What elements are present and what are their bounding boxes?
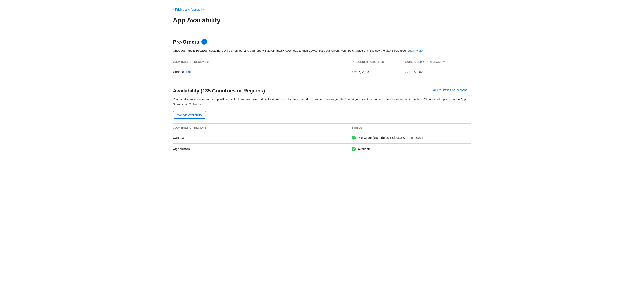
preorder-country-name: Canada <box>173 70 184 74</box>
availability-section: Availability (135 Countries or Regions) … <box>173 87 471 155</box>
table-row: Canada Pre-Order (Scheduled Release Sep … <box>173 132 471 143</box>
chevron-down-icon: ⌄ <box>468 88 471 93</box>
preorder-published-date: Sep 6, 2023 <box>352 66 405 78</box>
breadcrumb: ‹ Pricing and Availability <box>173 7 471 12</box>
availability-section-header: Availability (135 Countries or Regions) … <box>173 87 471 95</box>
add-preorder-button[interactable]: + <box>202 39 207 44</box>
availability-description: You can determine where your app will be… <box>173 97 471 107</box>
chevron-left-icon: ‹ <box>173 7 174 12</box>
preorders-col-country: COUNTRIES OR REGIONS (1) <box>173 58 352 66</box>
availability-table-body: Canada Pre-Order (Scheduled Release Sep … <box>173 132 471 155</box>
manage-availability-button[interactable]: Manage Availability <box>173 111 206 119</box>
preorders-table-header: COUNTRIES OR REGIONS (1) PRE-ORDER PUBLI… <box>173 58 471 66</box>
status-available-icon <box>352 136 356 140</box>
preorders-table-body: Canada Edit Sep 6, 2023 Sep 15, 2023 <box>173 66 471 78</box>
preorders-section: Pre-Orders + Once your app is released, … <box>173 38 471 78</box>
preorders-title: Pre-Orders <box>173 38 199 46</box>
preorders-col-release: SCHEDULED APP RELEASE ⌃ <box>406 58 471 66</box>
availability-table-header: COUNTRIES OR REGIONS STATUS ⌃ <box>173 124 471 132</box>
status-available-icon <box>352 147 356 151</box>
preorders-section-header: Pre-Orders + <box>173 38 471 46</box>
preorders-col-published: PRE-ORDER PUBLISHED <box>352 58 405 66</box>
sort-status-icon: ⌃ <box>364 126 366 130</box>
preorders-table: COUNTRIES OR REGIONS (1) PRE-ORDER PUBLI… <box>173 58 471 78</box>
table-row: Canada Edit Sep 6, 2023 Sep 15, 2023 <box>173 66 471 78</box>
availability-status-canada: Pre-Order (Scheduled Release Sep 15, 202… <box>352 132 471 143</box>
availability-country-canada: Canada <box>173 132 352 143</box>
availability-col-country: COUNTRIES OR REGIONS <box>173 124 352 132</box>
availability-status-text-canada: Pre-Order (Scheduled Release Sep 15, 202… <box>358 135 422 140</box>
availability-col-status: STATUS ⌃ <box>352 124 471 132</box>
all-countries-link[interactable]: All Countries or Regions ⌄ <box>433 87 471 93</box>
table-row: Afghanistan Available <box>173 143 471 155</box>
availability-table: COUNTRIES OR REGIONS STATUS ⌃ Canada <box>173 123 471 155</box>
preorder-release-date: Sep 15, 2023 <box>406 66 471 78</box>
availability-status-text-afghanistan: Available <box>358 147 371 151</box>
preorder-country-cell: Canada Edit <box>173 66 352 78</box>
edit-preorder-link[interactable]: Edit <box>186 70 192 74</box>
availability-status-afghanistan: Available <box>352 143 471 155</box>
page-container: ‹ Pricing and Availability App Availabil… <box>162 0 482 171</box>
breadcrumb-link[interactable]: Pricing and Availability <box>175 7 205 12</box>
sort-release-icon: ⌃ <box>443 60 445 64</box>
learn-more-link[interactable]: Learn More <box>408 49 422 52</box>
page-title: App Availability <box>173 15 471 25</box>
availability-title: Availability (135 Countries or Regions) <box>173 87 265 95</box>
preorders-description: Once your app is released, customers wil… <box>173 48 471 53</box>
availability-country-afghanistan: Afghanistan <box>173 143 352 155</box>
